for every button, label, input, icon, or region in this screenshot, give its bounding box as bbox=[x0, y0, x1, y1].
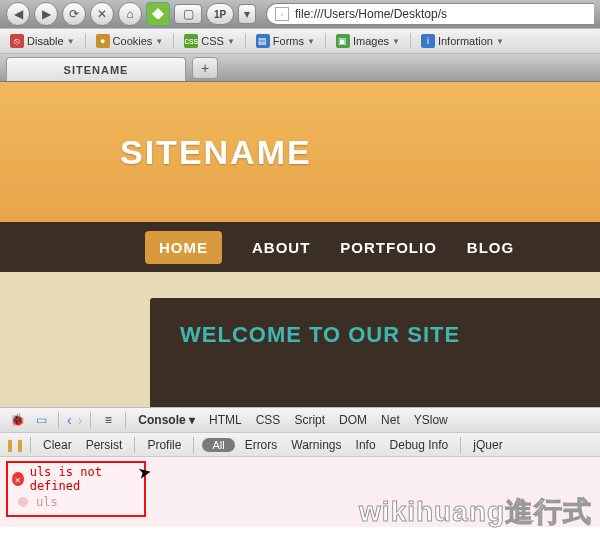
info-icon: i bbox=[421, 34, 435, 48]
filter-jquery[interactable]: jQuer bbox=[469, 438, 506, 452]
error-detail: uls bbox=[36, 495, 58, 509]
firebug-tabbar: 🐞 ▭ ‹ › ≡ Console ▾ HTML CSS Script DOM … bbox=[0, 407, 600, 433]
information-label: Information bbox=[438, 35, 493, 47]
chevron-down-icon: ▼ bbox=[307, 37, 315, 46]
error-detail-row[interactable]: uls bbox=[12, 495, 138, 509]
persist-button[interactable]: Persist bbox=[82, 438, 127, 452]
new-tab-button[interactable]: + bbox=[192, 57, 218, 79]
hero-banner: SITENAME bbox=[0, 82, 600, 222]
tab-script[interactable]: Script bbox=[290, 413, 329, 427]
chevron-down-icon: ▼ bbox=[67, 37, 75, 46]
url-text: file:///Users/Home/Desktop/s bbox=[295, 7, 447, 21]
clear-button[interactable]: Clear bbox=[39, 438, 76, 452]
images-menu[interactable]: ▣ Images ▼ bbox=[332, 34, 404, 48]
page-body: WELCOME TO OUR SITE bbox=[0, 272, 600, 407]
welcome-panel: WELCOME TO OUR SITE bbox=[150, 298, 600, 407]
tab-sitename[interactable]: SITENAME bbox=[6, 57, 186, 81]
css-menu[interactable]: css CSS ▼ bbox=[180, 34, 239, 48]
profile-button[interactable]: Profile bbox=[143, 438, 185, 452]
browser-chrome-top: ◀ ▶ ⟳ ✕ ⌂ ▢ 1P ▾ ▫ file:///Users/Home/De… bbox=[0, 0, 600, 28]
developer-toolbar: ⦸ Disable ▼ ● Cookies ▼ css CSS ▼ ▤ Form… bbox=[0, 28, 600, 54]
nav-blog[interactable]: BLOG bbox=[467, 239, 514, 256]
feedly-icon[interactable] bbox=[146, 2, 170, 26]
reload-button[interactable]: ⟳ bbox=[62, 2, 86, 26]
separator bbox=[85, 33, 86, 49]
forward-arrow-icon[interactable]: › bbox=[78, 412, 83, 428]
firebug-toolbar: ❚❚ Clear Persist Profile All Errors Warn… bbox=[0, 433, 600, 457]
favicon-icon: ▫ bbox=[275, 7, 289, 21]
firebug-icon[interactable]: 🐞 bbox=[8, 411, 26, 429]
separator bbox=[410, 33, 411, 49]
css-icon: css bbox=[184, 34, 198, 48]
error-row[interactable]: ✕ uls is not defined bbox=[12, 465, 138, 493]
separator bbox=[125, 412, 126, 428]
cookies-menu[interactable]: ● Cookies ▼ bbox=[92, 34, 168, 48]
separator bbox=[58, 412, 59, 428]
separator bbox=[325, 33, 326, 49]
tab-dom[interactable]: DOM bbox=[335, 413, 371, 427]
separator bbox=[90, 412, 91, 428]
cookies-icon: ● bbox=[96, 34, 110, 48]
chevron-down-icon: ▼ bbox=[155, 37, 163, 46]
disable-icon: ⦸ bbox=[10, 34, 24, 48]
filter-warnings[interactable]: Warnings bbox=[287, 438, 345, 452]
site-navbar: HOME ABOUT PORTFOLIO BLOG bbox=[0, 222, 600, 272]
tab-console[interactable]: Console ▾ bbox=[134, 413, 199, 427]
tab-net[interactable]: Net bbox=[377, 413, 404, 427]
stop-button[interactable]: ✕ bbox=[90, 2, 114, 26]
filter-all[interactable]: All bbox=[202, 438, 234, 452]
images-label: Images bbox=[353, 35, 389, 47]
separator bbox=[134, 437, 135, 453]
error-icon: ✕ bbox=[12, 472, 24, 486]
tab-html[interactable]: HTML bbox=[205, 413, 246, 427]
cookies-label: Cookies bbox=[113, 35, 153, 47]
url-field[interactable]: ▫ file:///Users/Home/Desktop/s bbox=[266, 3, 594, 25]
nav-portfolio[interactable]: PORTFOLIO bbox=[340, 239, 437, 256]
forms-label: Forms bbox=[273, 35, 304, 47]
chevron-down-icon: ▼ bbox=[227, 37, 235, 46]
back-arrow-icon[interactable]: ‹ bbox=[67, 412, 72, 428]
back-button[interactable]: ◀ bbox=[6, 2, 30, 26]
tab-css[interactable]: CSS bbox=[252, 413, 285, 427]
bullet-icon bbox=[18, 497, 28, 507]
nav-home[interactable]: HOME bbox=[145, 231, 222, 264]
forward-button[interactable]: ▶ bbox=[34, 2, 58, 26]
home-button[interactable]: ⌂ bbox=[118, 2, 142, 26]
separator bbox=[245, 33, 246, 49]
css-label: CSS bbox=[201, 35, 224, 47]
disable-menu[interactable]: ⦸ Disable ▼ bbox=[6, 34, 79, 48]
onepassword-button[interactable]: 1P bbox=[206, 3, 234, 25]
filter-errors[interactable]: Errors bbox=[241, 438, 282, 452]
inspect-icon[interactable]: ▭ bbox=[32, 411, 50, 429]
welcome-heading: WELCOME TO OUR SITE bbox=[180, 322, 570, 348]
filter-debuginfo[interactable]: Debug Info bbox=[386, 438, 453, 452]
console-output: ✕ uls is not defined uls ➤ bbox=[0, 457, 600, 527]
firebug-panel: 🐞 ▭ ‹ › ≡ Console ▾ HTML CSS Script DOM … bbox=[0, 407, 600, 527]
disable-label: Disable bbox=[27, 35, 64, 47]
menu-icon[interactable]: ≡ bbox=[99, 411, 117, 429]
error-highlight: ✕ uls is not defined uls bbox=[6, 461, 146, 517]
chevron-down-icon: ▼ bbox=[496, 37, 504, 46]
pause-icon[interactable]: ❚❚ bbox=[8, 438, 22, 452]
error-message: uls is not defined bbox=[30, 465, 138, 493]
page-viewport: SITENAME HOME ABOUT PORTFOLIO BLOG WELCO… bbox=[0, 82, 600, 407]
nav-about[interactable]: ABOUT bbox=[252, 239, 310, 256]
chevron-down-icon: ▼ bbox=[392, 37, 400, 46]
filter-info[interactable]: Info bbox=[352, 438, 380, 452]
tab-strip: SITENAME + bbox=[0, 54, 600, 82]
dropdown-button[interactable]: ▾ bbox=[238, 4, 256, 24]
tab-yslow[interactable]: YSlow bbox=[410, 413, 452, 427]
site-title: SITENAME bbox=[120, 133, 312, 172]
separator bbox=[173, 33, 174, 49]
reader-button[interactable]: ▢ bbox=[174, 4, 202, 24]
separator bbox=[30, 437, 31, 453]
information-menu[interactable]: i Information ▼ bbox=[417, 34, 508, 48]
forms-menu[interactable]: ▤ Forms ▼ bbox=[252, 34, 319, 48]
forms-icon: ▤ bbox=[256, 34, 270, 48]
separator bbox=[460, 437, 461, 453]
images-icon: ▣ bbox=[336, 34, 350, 48]
separator bbox=[193, 437, 194, 453]
